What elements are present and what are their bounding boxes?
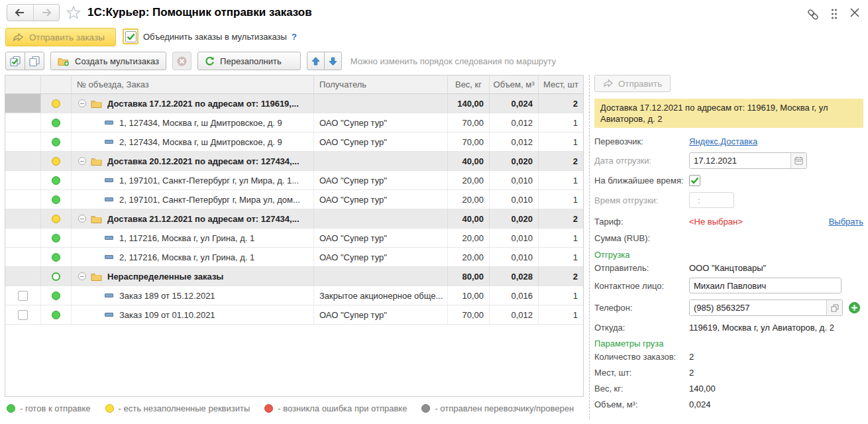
calendar-icon xyxy=(794,156,803,165)
table-row[interactable]: Доставка 17.12.2021 по адресам от: 11961… xyxy=(5,94,583,113)
order-marker-icon xyxy=(105,197,113,201)
ship-time-input[interactable] xyxy=(689,192,734,208)
order-cell[interactable]: Доставка 21.12.2021 по адресам от: 12743… xyxy=(72,209,314,228)
row-select-cell[interactable] xyxy=(5,171,41,189)
order-title: Заказ 189 от 15.12.2021 xyxy=(119,291,215,301)
collapse-icon[interactable] xyxy=(78,157,86,165)
contact-input[interactable] xyxy=(689,278,841,293)
table-row[interactable]: 1, 117216, Москва г, ул Грина, д. 1 ОАО … xyxy=(5,229,583,248)
table-row[interactable]: 2, 117216, Москва г, ул Грина, д. 1 ОАО … xyxy=(5,248,583,267)
ship-date-input[interactable] xyxy=(690,153,790,168)
move-down-button[interactable] xyxy=(324,52,342,70)
table-row[interactable]: 1, 127434, Москва г, ш Дмитровское, д. 9… xyxy=(5,113,583,132)
asap-checkbox[interactable] xyxy=(689,175,700,186)
calendar-button[interactable] xyxy=(790,153,806,168)
phone-input[interactable] xyxy=(690,300,826,315)
table-row[interactable]: Заказ 189 от 15.12.2021 Закрытое акционе… xyxy=(5,286,583,305)
merge-checkbox[interactable] xyxy=(123,28,138,44)
panel-splitter[interactable] xyxy=(589,75,590,419)
open-phone-button[interactable] xyxy=(826,300,842,315)
page-title: 1С:Курьер: Помощник отправки заказов xyxy=(87,6,312,19)
row-select-cell[interactable] xyxy=(5,209,41,228)
row-select-cell[interactable] xyxy=(5,152,41,170)
table-row[interactable]: Заказ 109 от 01.10.2021 ОАО "Супер тур" … xyxy=(5,305,583,325)
row-select-cell[interactable] xyxy=(5,305,41,324)
row-select-cell[interactable] xyxy=(5,113,41,132)
order-marker-icon xyxy=(105,293,113,297)
shipment-panel: Отправить Доставка 17.12.2021 по адресам… xyxy=(594,75,863,409)
row-select-cell[interactable] xyxy=(5,229,41,247)
order-cell[interactable]: 2, 117216, Москва г, ул Грина, д. 1 xyxy=(72,248,314,266)
row-checkbox[interactable] xyxy=(18,291,28,301)
table-row[interactable]: Доставка 20.12.2021 по адресам от: 12743… xyxy=(5,152,583,171)
header-order[interactable]: № объезда, Заказ xyxy=(72,76,314,93)
legend-incomplete-label: - есть незаполненные реквизиты xyxy=(119,403,250,413)
order-marker-icon xyxy=(105,313,113,317)
header-places[interactable]: Мест, шт xyxy=(539,76,583,93)
help-button[interactable]: ? xyxy=(292,32,297,42)
status-dot xyxy=(52,157,60,166)
order-cell[interactable]: Заказ 189 от 15.12.2021 xyxy=(72,286,314,305)
places-cell: 1 xyxy=(539,113,583,132)
folder-icon xyxy=(91,215,102,223)
more-menu-icon[interactable] xyxy=(830,7,839,23)
create-multiorder-button[interactable]: Создать мультизаказ xyxy=(50,52,166,70)
add-phone-button[interactable] xyxy=(849,302,860,313)
row-select-cell[interactable] xyxy=(5,190,41,209)
volume-label: Объем, м³: xyxy=(594,399,689,409)
table-header: № объезда, Заказ Получатель Вес, кг Объе… xyxy=(5,76,583,94)
weight-cell: 40,00 xyxy=(448,209,490,228)
row-select-cell[interactable] xyxy=(5,132,41,151)
weight-cell: 70,00 xyxy=(448,132,490,151)
order-cell[interactable]: Нераспределенные заказы xyxy=(72,267,314,286)
order-cell[interactable]: 2, 197101, Санкт-Петербург г, Мира ул, д… xyxy=(72,190,314,209)
tariff-select-link[interactable]: Выбрать xyxy=(829,217,863,227)
arrow-right-icon xyxy=(41,9,52,17)
order-cell[interactable]: Заказ 109 от 01.10.2021 xyxy=(72,305,314,324)
status-dot xyxy=(52,99,60,108)
row-select-cell[interactable] xyxy=(5,248,41,266)
refill-button[interactable]: Перезаполнить xyxy=(197,52,301,70)
collapse-icon[interactable] xyxy=(78,215,86,223)
table-row[interactable]: Нераспределенные заказы 80,00 0,028 2 xyxy=(5,267,583,286)
legend-sent: - отправлен перевозчику/проверен xyxy=(421,403,574,413)
row-select-cell[interactable] xyxy=(5,94,41,113)
status-legend: - готов к отправке - есть незаполненные … xyxy=(7,403,574,413)
collapse-icon[interactable] xyxy=(78,99,86,107)
table-row[interactable]: 2, 197101, Санкт-Петербург г, Мира ул, д… xyxy=(5,190,583,209)
row-select-cell[interactable] xyxy=(5,267,41,286)
order-cell[interactable]: Доставка 17.12.2021 по адресам от: 11961… xyxy=(72,94,314,113)
header-volume[interactable]: Объем, м³ xyxy=(490,76,539,93)
forward-button[interactable] xyxy=(33,5,60,21)
order-cell[interactable]: 2, 127434, Москва г, ш Дмитровское, д. 9 xyxy=(72,132,314,151)
favorite-star-icon[interactable] xyxy=(66,5,81,22)
volume-cell: 0,012 xyxy=(490,305,539,324)
uncheck-all-button[interactable] xyxy=(25,52,44,70)
header-weight[interactable]: Вес, кг xyxy=(448,76,490,93)
order-cell[interactable]: 1, 127434, Москва г, ш Дмитровское, д. 9 xyxy=(72,113,314,132)
header-recipient[interactable]: Получатель xyxy=(314,76,448,93)
row-status-cell xyxy=(41,94,72,113)
weight-cell: 40,00 xyxy=(448,152,490,170)
table-row[interactable]: 2, 127434, Москва г, ш Дмитровское, д. 9… xyxy=(5,132,583,152)
send-orders-button[interactable]: Отправить заказы xyxy=(5,28,116,46)
status-dot xyxy=(52,119,60,127)
places-cell: 2 xyxy=(539,152,583,170)
collapse-icon[interactable] xyxy=(78,272,86,280)
order-cell[interactable]: 1, 117216, Москва г, ул Грина, д. 1 xyxy=(72,229,314,247)
order-cell[interactable]: 1, 197101, Санкт-Петербург г, ул Мира, д… xyxy=(72,171,314,189)
check-all-button[interactable] xyxy=(5,52,25,70)
close-icon[interactable] xyxy=(849,7,860,20)
table-row[interactable]: Доставка 21.12.2021 по адресам от: 12743… xyxy=(5,209,583,229)
copy-link-icon[interactable] xyxy=(806,7,820,24)
check-icon xyxy=(690,177,699,184)
table-row[interactable]: 1, 197101, Санкт-Петербург г, ул Мира, д… xyxy=(5,171,583,190)
order-cell[interactable]: Доставка 20.12.2021 по адресам от: 12743… xyxy=(72,152,314,170)
back-button[interactable] xyxy=(7,5,33,21)
row-checkbox[interactable] xyxy=(18,310,28,320)
carrier-link[interactable]: Яндекс.Доставка xyxy=(689,136,757,146)
volume-cell: 0,024 xyxy=(490,94,539,113)
move-up-button[interactable] xyxy=(307,52,325,70)
send-button[interactable]: Отправить xyxy=(594,75,671,92)
row-select-cell[interactable] xyxy=(5,286,41,305)
